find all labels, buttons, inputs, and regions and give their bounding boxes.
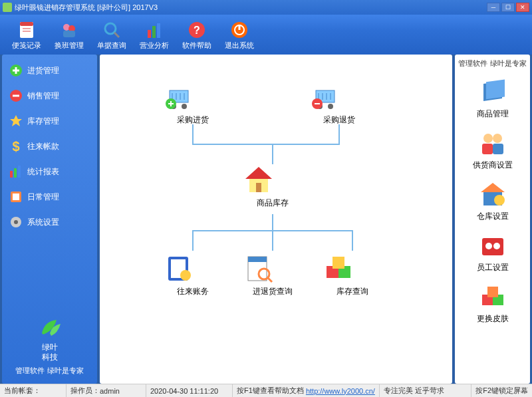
- brand-box: 绿叶 科技 管理软件 绿叶是专家: [5, 311, 94, 381]
- exit-button[interactable]: 退出系统: [218, 17, 261, 53]
- sidebar-item-purchase[interactable]: 进货管理: [5, 59, 94, 82]
- bars-icon: [9, 164, 23, 179]
- flow-label: 进退货查询: [243, 286, 303, 297]
- skin-button[interactable]: 更换皮肤: [456, 283, 529, 325]
- right-item-label: 更换皮肤: [456, 313, 529, 325]
- title-bar: 绿叶眼镜进销存管理系统 [绿叶公司] 2017V3 ─ ☐ ✕: [0, 0, 532, 15]
- book-icon: [9, 190, 23, 204]
- sidebar-item-daily[interactable]: 日常管理: [5, 185, 94, 209]
- status-lock-hint: 按F2键锁定屏幕: [471, 384, 532, 397]
- svg-point-30: [14, 220, 18, 224]
- svg-line-59: [268, 278, 272, 282]
- cart-plus-icon: [177, 81, 209, 113]
- toolbar-label: 软件帮助: [182, 41, 211, 51]
- svg-marker-50: [245, 167, 272, 179]
- supplier-icon: [478, 129, 507, 158]
- sidebar-item-accounts[interactable]: $ 往来帐款: [5, 134, 94, 158]
- sidebar-item-sales[interactable]: 销售管理: [5, 84, 94, 108]
- toolbar-label: 单据查询: [97, 41, 126, 51]
- flow-label: 采购退货: [309, 114, 369, 126]
- svg-rect-67: [482, 144, 493, 154]
- help-icon: ?: [188, 21, 206, 39]
- svg-marker-69: [481, 183, 505, 192]
- svg-rect-64: [486, 79, 505, 99]
- dollar-icon: $: [9, 139, 23, 154]
- brand-slogan: 管理软件 绿叶是专家: [5, 366, 94, 376]
- search-icon: [102, 21, 121, 39]
- toolbar-label: 换班管理: [55, 41, 84, 51]
- flow-inout-query[interactable]: 进退货查询: [243, 253, 303, 297]
- power-icon: [230, 21, 249, 39]
- sidebar-item-settings[interactable]: 系统设置: [5, 210, 94, 234]
- svg-rect-62: [332, 257, 344, 269]
- homepage-link[interactable]: http://www.ly2000.cn/: [306, 387, 375, 395]
- right-item-label: 仓库设置: [456, 211, 529, 222]
- flow-label: 商品库存: [243, 198, 303, 209]
- plus-icon: [9, 63, 23, 78]
- svg-rect-25: [14, 168, 17, 178]
- svg-point-47: [328, 104, 333, 109]
- maximize-button[interactable]: ☐: [501, 3, 515, 12]
- right-panel-title: 管理软件 绿叶是专家: [456, 59, 529, 68]
- svg-rect-72: [482, 238, 503, 255]
- svg-rect-28: [13, 194, 19, 200]
- staff-button[interactable]: 员工设置: [456, 231, 529, 273]
- svg-point-66: [493, 134, 502, 143]
- supplier-button[interactable]: 供货商设置: [456, 129, 529, 171]
- flow-arap[interactable]: 往来账务: [163, 253, 223, 297]
- status-datetime: 2020-04-30 11:11:20: [146, 384, 233, 397]
- goods-icon: [478, 78, 507, 107]
- left-sidebar: 进货管理 销售管理 库存管理 $ 往来帐款 统计报表 日常管理: [2, 55, 97, 384]
- svg-rect-1: [20, 22, 33, 26]
- flow-purchase-return[interactable]: 采购退货: [309, 81, 369, 126]
- status-help-hint: 按F1键查看帮助文档 http://www.ly2000.cn/: [233, 384, 380, 397]
- help-button[interactable]: ? 软件帮助: [176, 17, 218, 53]
- right-item-label: 供货商设置: [456, 160, 529, 171]
- ledger-icon: [177, 253, 209, 285]
- flow-purchase-in[interactable]: 采购进货: [163, 81, 223, 126]
- svg-rect-68: [493, 144, 503, 154]
- note-record-button[interactable]: 便笺记录: [5, 17, 48, 53]
- star-icon: [9, 114, 23, 128]
- flow-stock-query[interactable]: 库存查询: [323, 253, 382, 297]
- sidebar-label: 统计报表: [27, 166, 59, 178]
- minus-icon: [9, 88, 23, 103]
- staff-icon: [478, 231, 507, 261]
- status-motto: 专注完美 近乎苛求: [380, 384, 471, 397]
- flow-goods-stock[interactable]: 商品库存: [243, 164, 303, 209]
- bill-query-button[interactable]: 单据查询: [90, 17, 133, 53]
- svg-rect-24: [10, 171, 13, 178]
- close-button[interactable]: ✕: [516, 3, 529, 12]
- right-item-label: 员工设置: [456, 262, 529, 273]
- status-bar: 当前帐套： 操作员： admin 2020-04-30 11:11:20 按F1…: [0, 384, 532, 397]
- biz-analysis-button[interactable]: 营业分析: [133, 17, 176, 53]
- main-toolbar: 便笺记录 换班管理 单据查询 营业分析 ? 软件帮助 退出系统: [0, 15, 532, 55]
- svg-point-65: [483, 134, 493, 143]
- shift-mgmt-button[interactable]: 换班管理: [48, 17, 90, 53]
- toolbar-label: 退出系统: [225, 41, 254, 51]
- svg-rect-77: [487, 287, 498, 297]
- right-item-label: 商品管理: [456, 108, 529, 120]
- goods-mgmt-button[interactable]: 商品管理: [456, 78, 529, 120]
- flow-label: 往来账务: [163, 286, 223, 297]
- svg-point-71: [494, 195, 505, 205]
- sidebar-label: 进货管理: [27, 65, 59, 76]
- flow-label: 库存查询: [323, 286, 382, 297]
- sidebar-item-reports[interactable]: 统计报表: [5, 160, 94, 184]
- svg-rect-52: [256, 183, 261, 192]
- toolbar-label: 营业分析: [140, 41, 169, 51]
- status-operator: 操作员： admin: [66, 384, 146, 397]
- svg-rect-10: [152, 26, 156, 38]
- svg-rect-57: [248, 257, 267, 262]
- flow-label: 采购进货: [163, 114, 223, 126]
- right-sidebar: 管理软件 绿叶是专家 商品管理 供货商设置 仓库设置 员工设置 更换皮肤: [455, 55, 530, 384]
- minimize-button[interactable]: ─: [487, 3, 500, 12]
- sidebar-label: 销售管理: [27, 90, 59, 102]
- status-account: 当前帐套：: [0, 384, 66, 397]
- svg-rect-26: [18, 166, 21, 178]
- warehouse-button[interactable]: 仓库设置: [456, 180, 529, 222]
- sidebar-label: 库存管理: [27, 116, 59, 127]
- cart-minus-icon: [323, 81, 355, 113]
- flow-connector-lines: [100, 55, 446, 367]
- sidebar-item-stock[interactable]: 库存管理: [5, 109, 94, 133]
